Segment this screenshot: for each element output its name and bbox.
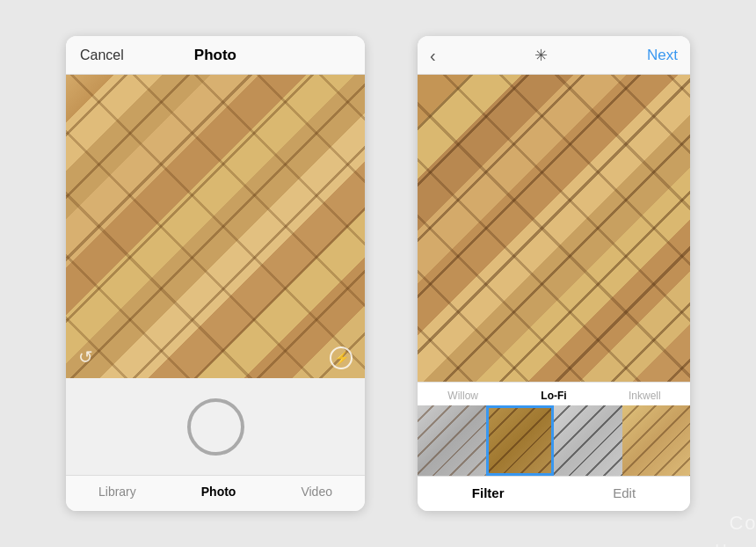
bottom-nav: Library Photo Video (66, 475, 365, 511)
bottom-tabs: Filter Edit (418, 476, 690, 511)
partial-preview (622, 405, 691, 476)
filter-thumb-partial[interactable] (622, 405, 691, 476)
flash-icon[interactable]: ⚡ (330, 346, 353, 369)
right-phone-header: ‹ ✳ Next (418, 36, 690, 75)
next-button[interactable]: Next (647, 47, 678, 64)
content-label: Content (664, 512, 756, 535)
lofi-preview (486, 405, 555, 476)
filter-thumb-willow[interactable] (418, 405, 486, 476)
back-button[interactable]: ‹ (430, 47, 436, 64)
left-phone-header: Cancel Photo (66, 36, 365, 75)
filter-section: Willow Lo-Fi Inkwell (418, 382, 690, 476)
inkwell-preview (554, 405, 622, 476)
brightness-icon[interactable]: ✳ (534, 46, 548, 65)
shutter-area (66, 378, 365, 475)
nav-library[interactable]: Library (98, 485, 136, 499)
filter-labels: Willow Lo-Fi Inkwell (418, 383, 690, 405)
filter-thumbnails (418, 405, 690, 476)
filter-thumb-inkwell[interactable] (554, 405, 622, 476)
filter-label-lofi[interactable]: Lo-Fi (508, 390, 599, 402)
shutter-button[interactable] (187, 398, 244, 456)
left-phone-title: Photo (194, 47, 236, 64)
left-phone: Cancel Photo ↺ ⚡ Library Photo Video (66, 36, 365, 511)
filter-thumb-lofi[interactable] (486, 405, 555, 476)
user-controls-label: User Controls (664, 542, 756, 547)
tab-filter[interactable]: Filter (472, 485, 505, 500)
nav-photo[interactable]: Photo (201, 485, 236, 499)
cancel-button[interactable]: Cancel (80, 47, 124, 63)
filter-label-willow[interactable]: Willow (418, 390, 508, 402)
camera-viewfinder: ↺ ⚡ (66, 75, 365, 378)
filter-label-inkwell[interactable]: Inkwell (600, 390, 690, 402)
willow-preview (418, 405, 486, 476)
rotate-icon[interactable]: ↺ (78, 346, 93, 368)
tab-edit[interactable]: Edit (613, 485, 636, 500)
right-phone: ‹ ✳ Next Willow Lo-Fi Inkwell (418, 36, 690, 511)
nav-video[interactable]: Video (301, 485, 332, 499)
photo-preview (418, 75, 690, 382)
wood-lines-left (66, 75, 365, 378)
wood-lines-right (418, 75, 690, 382)
